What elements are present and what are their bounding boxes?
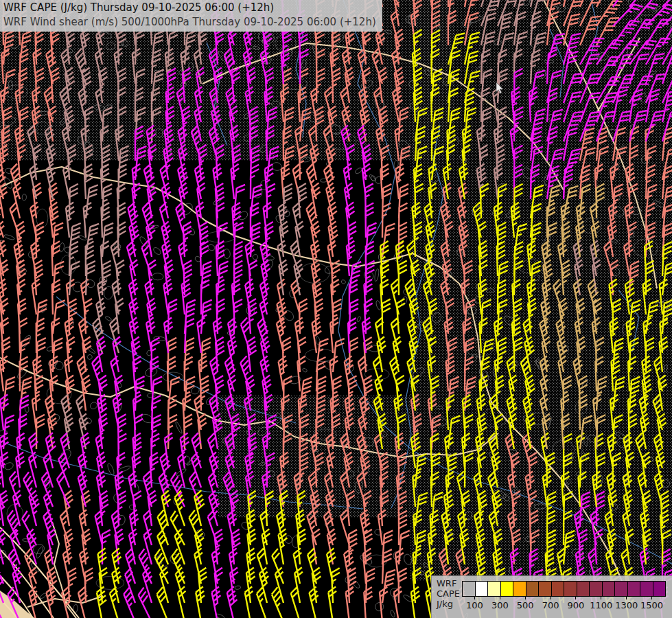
legend-label-unit: J/kg (437, 599, 460, 609)
colorbar-cell (603, 582, 616, 596)
colorbar-cell (552, 582, 565, 596)
cape-legend: WRF CAPE J/kg 10030050070090011001300150… (431, 575, 672, 618)
colorbar-tick-label: 1500 (637, 600, 667, 610)
colorbar-cell (488, 582, 501, 596)
colorbar-tick (651, 596, 652, 599)
colorbar-cell (590, 582, 603, 596)
colorbar-cell (628, 582, 641, 596)
colorbar-tick (551, 596, 551, 599)
title-line-shear: WRF Wind shear (m/s) 500/1000hPa Thursda… (3, 15, 376, 29)
weather-map-viewport: WRF CAPE (J/kg) Thursday 09-10-2025 06:0… (0, 0, 672, 618)
colorbar-cell (513, 582, 526, 596)
colorbar-cell (539, 582, 552, 596)
colorbar-cell (501, 582, 514, 596)
colorbar-cell (476, 582, 489, 596)
colorbar-cell (526, 582, 540, 596)
colorbar-cell (564, 582, 577, 596)
colorbar-tick (626, 596, 627, 599)
colorbar-cell (577, 582, 590, 596)
title-line-cape: WRF CAPE (J/kg) Thursday 09-10-2025 06:0… (3, 1, 376, 15)
colorbar-tick (474, 596, 475, 599)
colorbar-tick (525, 596, 526, 599)
colorbar-tick (601, 596, 601, 599)
legend-label-block: WRF CAPE J/kg (437, 578, 460, 609)
map-svg (0, 0, 672, 618)
title-overlay: WRF CAPE (J/kg) Thursday 09-10-2025 06:0… (0, 0, 382, 32)
colorbar-tick (500, 596, 500, 599)
colorbar-cell (640, 582, 653, 596)
colorbar-cell (615, 582, 628, 596)
cape-colorbar (462, 581, 666, 597)
legend-label-wrf: WRF (437, 578, 460, 588)
colorbar-cell (463, 582, 476, 596)
colorbar-cell (653, 582, 666, 596)
colorbar-tick (575, 596, 576, 599)
legend-label-cape: CAPE (437, 588, 460, 599)
